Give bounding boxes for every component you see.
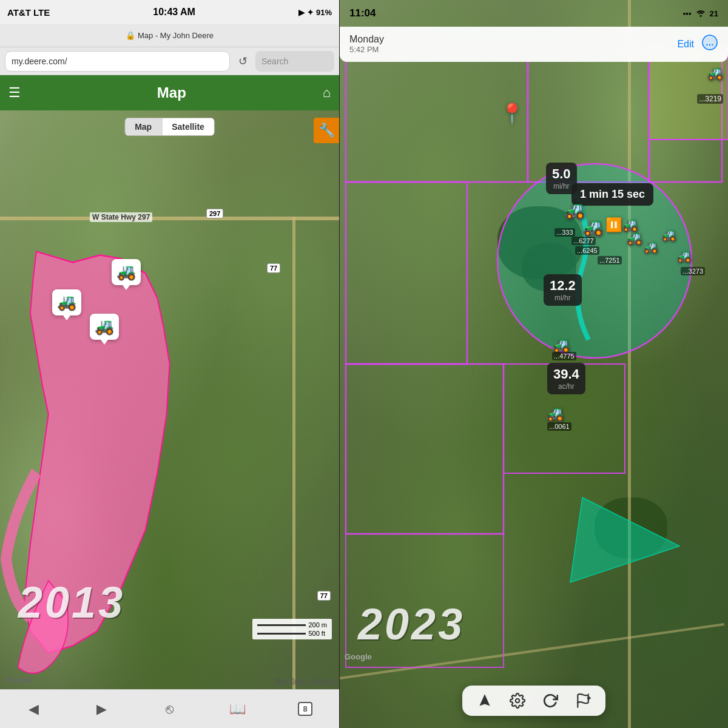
url-field[interactable]: my.deere.com/	[5, 51, 230, 72]
status-icons-right: ▪▪▪ 21	[683, 8, 718, 19]
carrier-label: AT&T LTE	[7, 7, 50, 18]
browser-bottom-bar: ◀ ▶ ⎋ 📖 8	[0, 689, 339, 728]
browser-title: Map - My John Deere	[138, 31, 214, 40]
tab-count-badge: 8	[298, 702, 312, 716]
app-title: Map	[157, 84, 186, 101]
notif-day: Monday	[349, 34, 384, 45]
tractor-pin-2[interactable]: 🚜	[112, 259, 141, 285]
machine-label-7251: ...7251	[598, 256, 622, 265]
map-container-left[interactable]: Map Satellite 🔧 W State Hwy 297 297 77 7…	[0, 110, 339, 689]
notif-day-time: Monday 5:42 PM	[349, 34, 384, 54]
time-right: 11:04	[349, 7, 376, 19]
svg-point-15	[516, 699, 520, 703]
app-header: ☰ Map ⌂	[0, 75, 339, 110]
google-text-right: Google	[345, 652, 372, 661]
road-horizontal	[0, 217, 339, 220]
svg-rect-4	[346, 182, 467, 364]
tabs-button[interactable]: 8	[290, 694, 320, 724]
refresh-button[interactable]	[542, 693, 558, 709]
time-left: 10:43 AM	[153, 7, 195, 18]
notif-time: 5:42 PM	[349, 45, 384, 54]
browser-title-bar: 🔒 Map - My John Deere	[0, 24, 339, 47]
speed-value-5: 5.0	[552, 166, 571, 182]
search-placeholder: Search	[261, 56, 288, 66]
battery-label: 91%	[316, 8, 332, 17]
battery-num-right: 21	[710, 9, 718, 18]
machine-icon-5[interactable]: 🚜	[643, 240, 658, 254]
bluetooth-icon: ✦	[307, 8, 314, 17]
bookmarks-icon: 📖	[229, 701, 246, 717]
machine-icon-9[interactable]: 🚜	[546, 405, 564, 422]
share-button[interactable]: ⎋	[154, 694, 184, 724]
speed-unit-12: mi/hr	[550, 294, 576, 302]
machine-icon-7[interactable]: 🚜	[676, 249, 692, 263]
speed-tooltip-12: 12.2 mi/hr	[544, 274, 582, 306]
speed-value-39: 39.4	[553, 366, 579, 382]
more-button[interactable]: …	[701, 34, 718, 55]
settings-button[interactable]	[510, 693, 525, 709]
notification-header: Monday 5:42 PM Edit …	[340, 27, 728, 62]
speed-tooltip-39: 39.4 ac/hr	[547, 363, 585, 394]
svg-rect-7	[346, 364, 504, 534]
signal-bars-icon: ▪▪▪	[683, 9, 692, 18]
machine-label-6277: ...6277	[571, 237, 596, 245]
map-toggle-map[interactable]: Map	[125, 118, 161, 135]
search-field[interactable]: Search	[255, 51, 334, 72]
status-bar-right: 11:04 ▪▪▪ 21	[340, 0, 728, 27]
machine-icon-6[interactable]: 🚜	[661, 228, 676, 242]
edit-button[interactable]: Edit	[677, 39, 694, 50]
machine-icon-2[interactable]: 🚜	[582, 217, 604, 237]
svg-text:…: …	[706, 38, 714, 47]
road-badge-77b: 77	[317, 591, 331, 601]
svg-marker-6	[570, 497, 679, 582]
scale-bar: 200 m 500 ft	[252, 619, 332, 639]
machine-icon-4[interactable]: 🚜	[626, 231, 642, 246]
location-pin: 📍	[500, 102, 524, 125]
google-text: Google	[5, 675, 32, 684]
flag-add-button[interactable]	[575, 693, 591, 709]
reload-icon: ↺	[238, 55, 248, 68]
machine-label-0061: ...0061	[547, 422, 571, 431]
browser-url-bar[interactable]: my.deere.com/ ↺ Search	[0, 47, 339, 75]
wifi-icon	[695, 8, 706, 19]
back-button[interactable]: ◀	[19, 694, 49, 724]
forward-button[interactable]: ▶	[87, 694, 117, 724]
year-watermark-left: 2013	[18, 578, 125, 627]
navigate-button[interactable]	[477, 693, 493, 709]
map-satellite-toggle[interactable]: Map Satellite	[124, 118, 215, 136]
road-badge-297: 297	[206, 209, 223, 218]
map-layers-icon[interactable]: 🔧	[314, 118, 339, 143]
bottom-toolbar	[462, 686, 605, 716]
google-label-right: Google	[345, 652, 372, 661]
road-badge-77a: 77	[267, 263, 280, 273]
map-container-right[interactable]: 📍 5.0 mi/hr 1 min 15 sec 12.2 mi/hr 39.4…	[340, 0, 728, 728]
reload-button[interactable]: ↺	[234, 52, 252, 70]
tractor-pin-3[interactable]: 🚜	[90, 314, 119, 340]
back-icon: ◀	[29, 701, 39, 717]
right-panel: 📍 5.0 mi/hr 1 min 15 sec 12.2 mi/hr 39.4…	[340, 0, 728, 728]
forward-icon: ▶	[96, 701, 107, 717]
machine-label-333: ...333	[554, 228, 575, 237]
url-text: my.deere.com/	[12, 56, 67, 66]
svg-point-11	[699, 15, 701, 16]
machine-label-6245: ...6245	[575, 246, 599, 255]
machine-label-4775: ...4775	[552, 352, 576, 360]
map-data-label[interactable]: Map Data – Terms of	[275, 677, 337, 684]
bookmarks-button[interactable]: 📖	[222, 694, 252, 724]
lock-icon: 🔒	[126, 31, 135, 40]
scale-200m: 200 m	[308, 621, 327, 629]
home-icon[interactable]: ⌂	[323, 85, 331, 101]
share-icon: ⎋	[166, 701, 174, 717]
time-display: 1 min 15 sec	[580, 188, 645, 201]
hamburger-icon[interactable]: ☰	[8, 85, 21, 101]
left-panel: AT&T LTE 10:43 AM ▶ ✦ 91% 🔒 Map - My Joh…	[0, 0, 340, 728]
map-toggle-satellite[interactable]: Satellite	[162, 118, 214, 135]
status-bar-left: AT&T LTE 10:43 AM ▶ ✦ 91%	[0, 0, 339, 24]
machine-icon-8[interactable]: 🚜	[552, 337, 570, 354]
machine-label-3273: ...3273	[681, 267, 705, 275]
tractor-pin-1[interactable]: 🚜	[52, 289, 81, 315]
speed-value-12: 12.2	[550, 278, 576, 294]
machine-label-3219: ...3219	[697, 94, 723, 104]
speed-unit-5: mi/hr	[552, 182, 571, 190]
machine-icon-top-right[interactable]: 🚜	[707, 66, 723, 81]
